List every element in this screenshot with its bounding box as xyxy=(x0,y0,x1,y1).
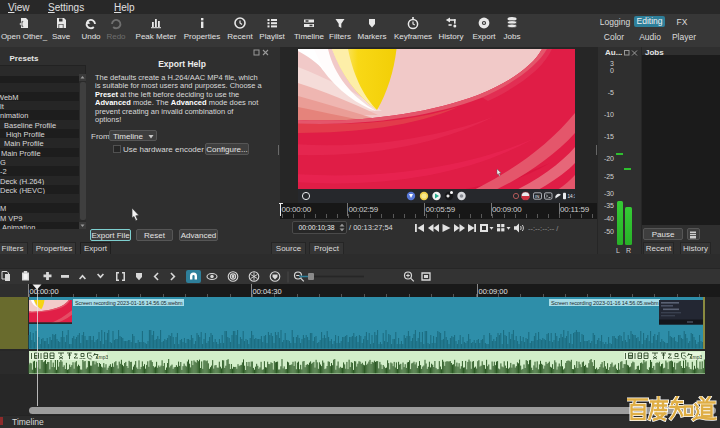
svg-text:mp3: mp3 xyxy=(693,353,703,359)
svg-text:mp3: mp3 xyxy=(99,353,109,359)
